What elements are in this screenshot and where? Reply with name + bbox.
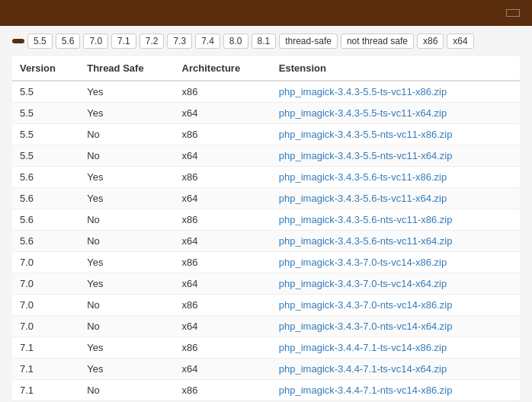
cell-thread-safe: Yes [79, 81, 174, 103]
cell-file[interactable]: php_imagick-3.4.3-7.0-ts-vc14-x64.zip [271, 273, 520, 295]
filter-tag-thread-safe[interactable]: thread-safe [279, 34, 338, 49]
download-link[interactable]: php_imagick-3.4.3-5.5-ts-vc11-x86.zip [279, 86, 447, 97]
cell-thread-safe: Yes [79, 337, 174, 359]
filter-tag-7.3[interactable]: 7.3 [167, 34, 192, 49]
download-link[interactable]: php_imagick-3.4.3-7.0-nts-vc14-x86.zip [279, 299, 453, 311]
cell-version: 5.5 [12, 124, 79, 145]
filter-tag-7.4[interactable]: 7.4 [195, 34, 220, 49]
table-row: 7.0Nox86php_imagick-3.4.3-7.0-nts-vc14-x… [12, 295, 520, 316]
cell-thread-safe: No [79, 295, 174, 316]
cell-arch: x86 [175, 295, 271, 316]
cell-thread-safe: No [79, 145, 174, 167]
cell-arch: x64 [175, 231, 271, 252]
cell-thread-safe: No [79, 316, 174, 337]
filter-bar: 5.55.67.07.17.27.37.48.08.1thread-safeno… [12, 34, 520, 49]
cell-thread-safe: Yes [79, 188, 174, 209]
table-row: 7.1Yesx86php_imagick-3.4.4-7.1-ts-vc14-x… [12, 337, 520, 359]
cell-thread-safe: Yes [79, 252, 174, 273]
cell-arch: x86 [175, 124, 271, 145]
download-link[interactable]: php_imagick-3.4.3-7.0-ts-vc14-x86.zip [279, 257, 447, 268]
cell-thread-safe: Yes [79, 103, 174, 124]
cell-thread-safe: Yes [79, 273, 174, 295]
download-link[interactable]: php_imagick-3.4.3-5.6-nts-vc11-x64.zip [279, 235, 453, 247]
table-row: 5.5Yesx86php_imagick-3.4.3-5.5-ts-vc11-x… [12, 81, 520, 103]
filter-tag-x64[interactable]: x64 [447, 34, 473, 49]
filter-tag-5.5[interactable]: 5.5 [27, 34, 53, 49]
filter-tag-8.0[interactable]: 8.0 [223, 34, 248, 49]
download-link[interactable]: php_imagick-3.4.3-5.6-ts-vc11-x64.zip [279, 193, 447, 204]
table-row: 7.0Yesx64php_imagick-3.4.3-7.0-ts-vc14-x… [12, 273, 520, 295]
download-link[interactable]: php_imagick-3.4.4-7.1-ts-vc14-x64.zip [279, 363, 447, 375]
cell-arch: x86 [175, 380, 271, 401]
download-link[interactable]: php_imagick-3.4.4-7.1-nts-vc14-x86.zip [279, 384, 453, 396]
cell-file[interactable]: php_imagick-3.4.3-5.5-ts-vc11-x86.zip [271, 81, 520, 103]
cell-arch: x86 [175, 81, 271, 103]
cell-thread-safe: Yes [79, 167, 174, 188]
cell-thread-safe: No [79, 231, 174, 252]
cell-file[interactable]: php_imagick-3.4.3-5.6-ts-vc11-x64.zip [271, 188, 520, 209]
cell-file[interactable]: php_imagick-3.4.3-7.0-nts-vc14-x64.zip [271, 316, 520, 337]
table-row: 7.0Yesx86php_imagick-3.4.3-7.0-ts-vc14-x… [12, 252, 520, 273]
cell-version: 7.0 [12, 295, 79, 316]
download-link[interactable]: php_imagick-3.4.3-5.5-nts-vc11-x86.zip [279, 129, 453, 140]
navbar-toggler[interactable] [506, 9, 520, 17]
cell-file[interactable]: php_imagick-3.4.3-7.0-ts-vc14-x86.zip [271, 252, 520, 273]
cell-version: 7.1 [12, 380, 79, 401]
cell-thread-safe: Yes [79, 359, 174, 380]
cell-arch: x64 [175, 273, 271, 295]
cell-arch: x64 [175, 103, 271, 124]
cell-thread-safe: No [79, 380, 174, 401]
cell-file[interactable]: php_imagick-3.4.3-5.5-ts-vc11-x64.zip [271, 103, 520, 124]
filter-tag-7.0[interactable]: 7.0 [83, 34, 108, 49]
table-row: 5.6Nox64php_imagick-3.4.3-5.6-nts-vc11-x… [12, 231, 520, 252]
filter-tag-7.1[interactable]: 7.1 [111, 34, 136, 49]
download-link[interactable]: php_imagick-3.4.3-7.0-nts-vc14-x64.zip [279, 321, 453, 332]
cell-version: 5.6 [12, 209, 79, 231]
cell-arch: x86 [175, 209, 271, 231]
download-link[interactable]: php_imagick-3.4.3-5.6-ts-vc11-x86.zip [279, 171, 447, 183]
cell-file[interactable]: php_imagick-3.4.4-7.1-ts-vc14-x64.zip [271, 359, 520, 380]
main-content: 5.55.67.07.17.27.37.48.08.1thread-safeno… [0, 26, 532, 402]
download-link[interactable]: php_imagick-3.4.3-5.5-ts-vc11-x64.zip [279, 107, 447, 119]
cell-arch: x64 [175, 316, 271, 337]
cell-thread-safe: No [79, 124, 174, 145]
download-link[interactable]: php_imagick-3.4.3-5.6-nts-vc11-x86.zip [279, 214, 453, 225]
download-link[interactable]: php_imagick-3.4.3-7.0-ts-vc14-x64.zip [279, 278, 447, 289]
cell-version: 5.6 [12, 188, 79, 209]
download-link[interactable]: php_imagick-3.4.3-5.5-nts-vc11-x64.zip [279, 150, 453, 161]
cell-version: 7.0 [12, 252, 79, 273]
filter-tag-x86[interactable]: x86 [417, 34, 444, 49]
cell-version: 7.1 [12, 359, 79, 380]
cell-file[interactable]: php_imagick-3.4.4-7.1-ts-vc14-x86.zip [271, 337, 520, 359]
filter-tag-5.6[interactable]: 5.6 [56, 34, 81, 49]
cell-file[interactable]: php_imagick-3.4.3-5.6-ts-vc11-x86.zip [271, 167, 520, 188]
cell-version: 7.1 [12, 337, 79, 359]
table-row: 7.0Nox64php_imagick-3.4.3-7.0-nts-vc14-x… [12, 316, 520, 337]
cell-arch: x64 [175, 359, 271, 380]
navbar [0, 0, 532, 26]
col-header-extension: Estension [271, 56, 520, 81]
cell-file[interactable]: php_imagick-3.4.3-5.5-nts-vc11-x86.zip [271, 124, 520, 145]
filter-tag-not-thread-safe[interactable]: not thread safe [341, 34, 414, 49]
cell-version: 7.0 [12, 316, 79, 337]
cell-version: 5.6 [12, 167, 79, 188]
table-row: 5.6Nox86php_imagick-3.4.3-5.6-nts-vc11-x… [12, 209, 520, 231]
cell-file[interactable]: php_imagick-3.4.4-7.1-nts-vc14-x86.zip [271, 380, 520, 401]
cell-arch: x64 [175, 145, 271, 167]
cell-version: 5.5 [12, 103, 79, 124]
download-link[interactable]: php_imagick-3.4.4-7.1-ts-vc14-x86.zip [279, 342, 447, 353]
table-row: 5.5Nox86php_imagick-3.4.3-5.5-nts-vc11-x… [12, 124, 520, 145]
filter-tag-7.2[interactable]: 7.2 [139, 34, 165, 49]
cell-file[interactable]: php_imagick-3.4.3-5.6-nts-vc11-x86.zip [271, 209, 520, 231]
table-row: 5.5Nox64php_imagick-3.4.3-5.5-nts-vc11-x… [12, 145, 520, 167]
cell-file[interactable]: php_imagick-3.4.3-7.0-nts-vc14-x86.zip [271, 295, 520, 316]
cell-file[interactable]: php_imagick-3.4.3-5.6-nts-vc11-x64.zip [271, 231, 520, 252]
cell-arch: x64 [175, 188, 271, 209]
cell-arch: x86 [175, 167, 271, 188]
filter-tag-8.1[interactable]: 8.1 [252, 34, 277, 49]
col-header-thread-safe: Thread Safe [79, 56, 174, 81]
col-header-architecture: Architecture [175, 56, 271, 81]
cell-file[interactable]: php_imagick-3.4.3-5.5-nts-vc11-x64.zip [271, 145, 520, 167]
filter-button[interactable] [12, 39, 24, 43]
table-header-row: Version Thread Safe Architecture Estensi… [12, 56, 520, 81]
